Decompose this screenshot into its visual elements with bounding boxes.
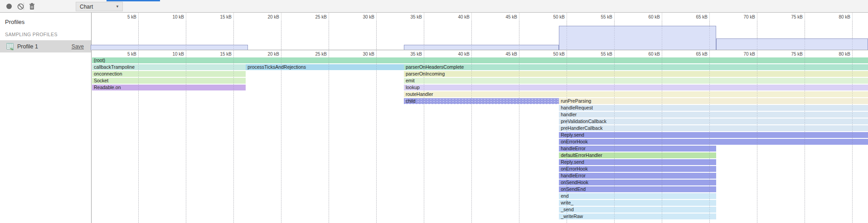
- flame-band[interactable]: handleError: [559, 173, 716, 179]
- axis-tick-label: 30 kB: [340, 14, 374, 19]
- flame-band[interactable]: end: [559, 193, 716, 199]
- delete-button[interactable]: [26, 1, 37, 11]
- flame-band-label: emit: [404, 78, 415, 83]
- view-mode-value: Chart: [76, 4, 116, 10]
- flame-band-label: handleError: [559, 146, 586, 151]
- axis-gridline-dotted: [567, 21, 567, 223]
- flame-band[interactable]: runPreParsing: [559, 98, 868, 104]
- axis-tick-label: 20 kB: [245, 14, 279, 19]
- flame-band-label: handleRequest: [559, 105, 593, 110]
- flame-band-label: runPreParsing: [559, 98, 591, 104]
- flame-band[interactable]: onErrorHook: [559, 166, 716, 172]
- axis-tick-label: 70 kB: [721, 14, 755, 19]
- flame-band[interactable]: preHandlerCallback: [559, 125, 868, 131]
- trash-icon: [29, 3, 35, 10]
- axis-tick-label: 65 kB: [673, 14, 708, 19]
- flame-band-label: end: [559, 193, 569, 199]
- axis-tick-label: 45 kB: [483, 52, 517, 57]
- axis-tick-label: 5 kB: [102, 14, 136, 19]
- flame-band[interactable]: handleError: [559, 146, 716, 152]
- axis-gridline-dotted: [662, 21, 662, 223]
- svg-text:%: %: [10, 47, 14, 50]
- axis-tick-label: 70 kB: [721, 52, 755, 57]
- overview-step: [559, 26, 716, 50]
- flame-band[interactable]: defaultErrorHandler: [559, 152, 716, 158]
- flame-band-label: handleError: [559, 173, 586, 178]
- flame-band[interactable]: routeHandler: [404, 91, 868, 97]
- flame-band-label: (root): [92, 57, 105, 63]
- flame-band-label: _writeRaw: [559, 214, 583, 219]
- axis-tick-label: 35 kB: [388, 52, 422, 57]
- overview-bottom-border: [92, 50, 868, 50]
- axis-gridline-dotted: [281, 21, 281, 223]
- flame-band-label: preValidationCallback: [559, 119, 606, 124]
- flame-band-label: defaultErrorHandler: [559, 152, 602, 158]
- flame-band-label: Socket: [92, 78, 108, 83]
- flame-band[interactable]: Socket: [92, 78, 246, 84]
- profile-item[interactable]: % Profile 1 Save: [0, 40, 91, 52]
- flame-band[interactable]: handler: [559, 112, 868, 118]
- flame-band[interactable]: lookup: [404, 85, 868, 90]
- flame-band[interactable]: onSendHook: [559, 180, 716, 185]
- axis-tick-label: 5 kB: [102, 52, 136, 57]
- flame-band[interactable]: Readable.on: [92, 85, 246, 90]
- axis-tick-label: 35 kB: [388, 14, 422, 19]
- flame-band[interactable]: preValidationCallback: [559, 119, 868, 124]
- flame-band-label: onErrorHook: [559, 166, 588, 171]
- flame-band[interactable]: Reply.send: [559, 132, 868, 138]
- flame-band[interactable]: onSendEnd: [559, 186, 716, 192]
- record-button[interactable]: [4, 1, 15, 11]
- ban-icon: [17, 3, 24, 10]
- axis-gridline-dotted: [329, 21, 329, 223]
- flame-band[interactable]: handleRequest: [559, 105, 868, 111]
- flame-band[interactable]: parserOnHeadersComplete: [404, 64, 868, 70]
- axis-gridline-dotted: [757, 21, 757, 223]
- flame-band[interactable]: Reply.send: [559, 159, 716, 165]
- flame-band[interactable]: processTicksAndRejections: [246, 64, 404, 70]
- flame-band-label: parserOnIncoming: [404, 71, 445, 76]
- save-profile-link[interactable]: Save: [72, 43, 84, 50]
- axis-tick-label: 80 kB: [816, 14, 850, 19]
- overview-step: [716, 38, 868, 50]
- flame-band[interactable]: parserOnIncoming: [404, 71, 868, 77]
- axis-tick-label: 45 kB: [483, 14, 517, 19]
- toolbar: Chart ▼: [0, 0, 868, 13]
- axis-gridline-dotted: [424, 21, 424, 223]
- flame-band[interactable]: (root): [92, 57, 868, 63]
- flame-band[interactable]: emit: [404, 78, 868, 84]
- view-mode-select[interactable]: Chart ▼: [76, 2, 123, 11]
- sampling-profiles-section-label: SAMPLING PROFILES: [5, 32, 58, 37]
- flame-band[interactable]: child: [404, 98, 559, 104]
- axis-tick-label: 40 kB: [435, 14, 470, 19]
- axis-tick-label: 25 kB: [292, 14, 327, 19]
- sidebar-title: Profiles: [5, 19, 24, 25]
- flame-band-label: onconnection: [92, 71, 122, 76]
- axis-tick-label: 30 kB: [340, 52, 374, 57]
- axis-tick-label: 60 kB: [626, 14, 660, 19]
- axis-gridline-dotted: [376, 21, 377, 223]
- axis-tick-label: 20 kB: [245, 52, 279, 57]
- flame-band[interactable]: callbackTrampoline: [92, 64, 246, 70]
- record-icon: [6, 3, 12, 9]
- flame-band[interactable]: _writeRaw: [559, 214, 716, 219]
- axis-tick-label: 15 kB: [197, 52, 232, 57]
- active-tab-indicator: [107, 0, 160, 1]
- memory-profiler-panel: Chart ▼ Profiles SAMPLING PROFILES % Pro…: [0, 0, 868, 223]
- axis-tick-label: 65 kB: [673, 52, 708, 57]
- axis-gridline-dotted: [614, 21, 615, 223]
- flame-band-label: onSendHook: [559, 180, 588, 185]
- flame-band[interactable]: onconnection: [92, 71, 246, 77]
- axis-tick-label: 75 kB: [768, 52, 803, 57]
- flame-band[interactable]: _send: [559, 207, 716, 213]
- chevron-down-icon: ▼: [116, 5, 122, 9]
- flame-band-label: processTicksAndRejections: [246, 64, 306, 70]
- flame-band[interactable]: write_: [559, 200, 716, 206]
- flame-band-label: handler: [559, 112, 577, 117]
- flame-band-label: lookup: [404, 85, 420, 90]
- clear-button[interactable]: [15, 1, 26, 11]
- flame-band[interactable]: onErrorHook: [559, 139, 868, 145]
- flame-band-label: Readable.on: [92, 85, 121, 90]
- axis-gridline-dotted: [519, 21, 519, 223]
- flame-band-label: onErrorHook: [559, 139, 588, 144]
- chart-content: 5 kB5 kB10 kB10 kB15 kB15 kB20 kB20 kB25…: [92, 13, 868, 223]
